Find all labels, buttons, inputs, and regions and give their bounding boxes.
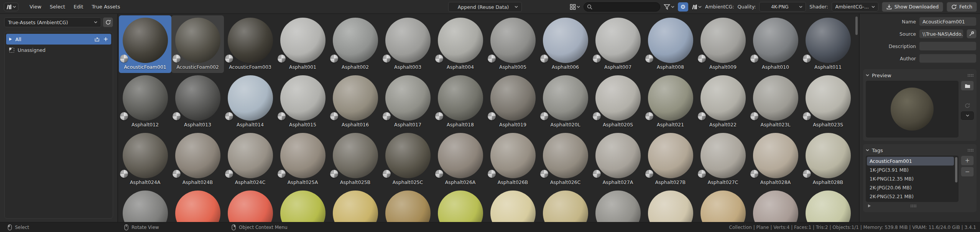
asset-Asphalt023L[interactable]: Asphalt023L <box>749 73 802 131</box>
remove-tag-button[interactable]: − <box>961 167 974 177</box>
panel-drag-grip[interactable] <box>967 74 974 77</box>
asset-Asphalt009[interactable]: Asphalt009 <box>697 15 749 73</box>
asset-Asphalt027A[interactable]: Asphalt027A <box>592 131 644 188</box>
preview-options-button[interactable] <box>961 111 974 120</box>
menu-view[interactable]: View <box>25 2 46 11</box>
asset-cropped[interactable] <box>644 188 697 222</box>
preview-load-button[interactable] <box>961 81 974 91</box>
asset-cropped[interactable] <box>276 188 329 222</box>
list-resize-grip[interactable] <box>910 204 917 207</box>
asset-Asphalt021[interactable]: Asphalt021 <box>644 73 697 131</box>
asset-cropped[interactable] <box>329 188 381 222</box>
grid-scrollbar[interactable] <box>855 17 858 35</box>
asset-Asphalt001[interactable]: Asphalt001 <box>276 15 329 73</box>
asset-Asphalt014[interactable]: Asphalt014 <box>224 73 276 131</box>
catalog-item-unassigned[interactable]: Unassigned <box>6 45 111 55</box>
asset-Asphalt012[interactable]: Asphalt012 <box>119 73 171 131</box>
asset-Asphalt010[interactable]: Asphalt010 <box>749 15 802 73</box>
library-refresh-button[interactable] <box>103 17 113 27</box>
tag-item[interactable]: 1K-PNG(12.35 MB) <box>867 174 954 183</box>
asset-cropped[interactable] <box>171 188 224 222</box>
asset-Asphalt026B[interactable]: Asphalt026B <box>487 131 539 188</box>
asset-cropped[interactable] <box>224 188 276 222</box>
asset-cropped[interactable] <box>539 188 592 222</box>
field-description-input[interactable] <box>919 41 977 51</box>
search-input[interactable] <box>584 2 660 12</box>
tag-list-scrollbar[interactable] <box>955 157 957 182</box>
chevron-down-icon[interactable] <box>866 74 869 76</box>
show-downloaded-button[interactable]: Show Downloaded <box>882 2 943 12</box>
asset-cropped[interactable] <box>697 188 749 222</box>
asset-cropped[interactable] <box>434 188 487 222</box>
asset-Asphalt018[interactable]: Asphalt018 <box>434 73 487 131</box>
asset-Asphalt024B[interactable]: Asphalt024B <box>171 131 224 188</box>
tag-item[interactable]: 1K-JPG(3.91 MB) <box>867 166 954 174</box>
menu-select[interactable]: Select <box>46 2 69 11</box>
asset-Asphalt020L[interactable]: Asphalt020L <box>539 73 592 131</box>
asset-Asphalt007[interactable]: Asphalt007 <box>592 15 644 73</box>
menu-edit[interactable]: Edit <box>69 2 87 11</box>
catalog-drop-icon[interactable] <box>94 37 100 42</box>
asset-Asphalt028B[interactable]: Asphalt028B <box>802 131 854 188</box>
addon-asset-library-dropdown[interactable] <box>692 4 702 10</box>
asset-cropped[interactable] <box>802 188 854 222</box>
field-source-input[interactable]: \\True-NAS\Addo... <box>919 29 964 38</box>
list-filter-toggle-icon[interactable] <box>868 204 871 207</box>
asset-AcousticFoam001[interactable]: AcousticFoam001 <box>119 15 171 73</box>
asset-Asphalt023S[interactable]: Asphalt023S <box>802 73 854 131</box>
asset-cropped[interactable] <box>749 188 802 222</box>
fetch-button[interactable]: Fetch <box>947 2 977 12</box>
import-method-dropdown[interactable]: Append (Reuse Data) <box>448 2 522 12</box>
asset-AcousticFoam003[interactable]: AcousticFoam003 <box>224 15 276 73</box>
asset-Asphalt019[interactable]: Asphalt019 <box>487 73 539 131</box>
library-select[interactable]: True-Assets (AmbientCG) <box>4 17 101 27</box>
asset-Asphalt005[interactable]: Asphalt005 <box>487 15 539 73</box>
asset-AcousticFoam002[interactable]: AcousticFoam002 <box>171 15 224 73</box>
asset-Asphalt025B[interactable]: Asphalt025B <box>329 131 381 188</box>
asset-Asphalt006[interactable]: Asphalt006 <box>539 15 592 73</box>
asset-Asphalt002[interactable]: Asphalt002 <box>329 15 381 73</box>
chevron-down-icon[interactable] <box>866 149 869 151</box>
menu-true-assets[interactable]: True Assets <box>87 2 124 11</box>
shader-dropdown[interactable]: AmbientCG-... <box>832 2 878 12</box>
asset-Asphalt026C[interactable]: Asphalt026C <box>539 131 592 188</box>
asset-Asphalt028A[interactable]: Asphalt028A <box>749 131 802 188</box>
asset-Asphalt022[interactable]: Asphalt022 <box>697 73 749 131</box>
asset-Asphalt004[interactable]: Asphalt004 <box>434 15 487 73</box>
asset-Asphalt027B[interactable]: Asphalt027B <box>644 131 697 188</box>
asset-cropped[interactable] <box>487 188 539 222</box>
field-name-input[interactable]: AcousticFoam001 <box>919 17 977 26</box>
display-mode-dropdown[interactable] <box>570 4 580 10</box>
asset-Asphalt017[interactable]: Asphalt017 <box>381 73 434 131</box>
add-icon[interactable]: + <box>103 36 108 42</box>
filter-dropdown[interactable] <box>664 4 674 10</box>
addon-settings-button[interactable]: ⚙ <box>678 2 688 12</box>
panel-drag-grip[interactable] <box>967 149 974 152</box>
quality-dropdown[interactable]: 4K-PNG <box>759 2 806 12</box>
asset-Asphalt024A[interactable]: Asphalt024A <box>119 131 171 188</box>
asset-cropped[interactable] <box>592 188 644 222</box>
tag-item[interactable]: 2K-JPG(20.06 MB) <box>867 183 954 192</box>
asset-Asphalt015[interactable]: Asphalt015 <box>276 73 329 131</box>
tag-item[interactable]: 2K-PNG(52.21 MB) <box>867 192 954 201</box>
asset-Asphalt020S[interactable]: Asphalt020S <box>592 73 644 131</box>
field-author-input[interactable] <box>919 54 977 63</box>
asset-Asphalt027C[interactable]: Asphalt027C <box>697 131 749 188</box>
asset-cropped[interactable] <box>381 188 434 222</box>
editor-type-dropdown[interactable] <box>4 3 18 11</box>
asset-Asphalt008[interactable]: Asphalt008 <box>644 15 697 73</box>
asset-Asphalt016[interactable]: Asphalt016 <box>329 73 381 131</box>
asset-cropped[interactable] <box>119 188 171 222</box>
asset-Asphalt025A[interactable]: Asphalt025A <box>276 131 329 188</box>
preview-refresh-button[interactable] <box>961 101 974 111</box>
asset-Asphalt025C[interactable]: Asphalt025C <box>381 131 434 188</box>
asset-Asphalt003[interactable]: Asphalt003 <box>381 15 434 73</box>
asset-Asphalt026A[interactable]: Asphalt026A <box>434 131 487 188</box>
add-tag-button[interactable]: + <box>961 156 974 166</box>
asset-Asphalt013[interactable]: Asphalt013 <box>171 73 224 131</box>
source-tools-button[interactable] <box>967 29 977 38</box>
catalog-item-all[interactable]: All+ <box>6 34 111 45</box>
tag-item[interactable]: AcousticFoam001 <box>867 157 954 166</box>
asset-Asphalt024C[interactable]: Asphalt024C <box>224 131 276 188</box>
asset-Asphalt011[interactable]: Asphalt011 <box>802 15 854 73</box>
